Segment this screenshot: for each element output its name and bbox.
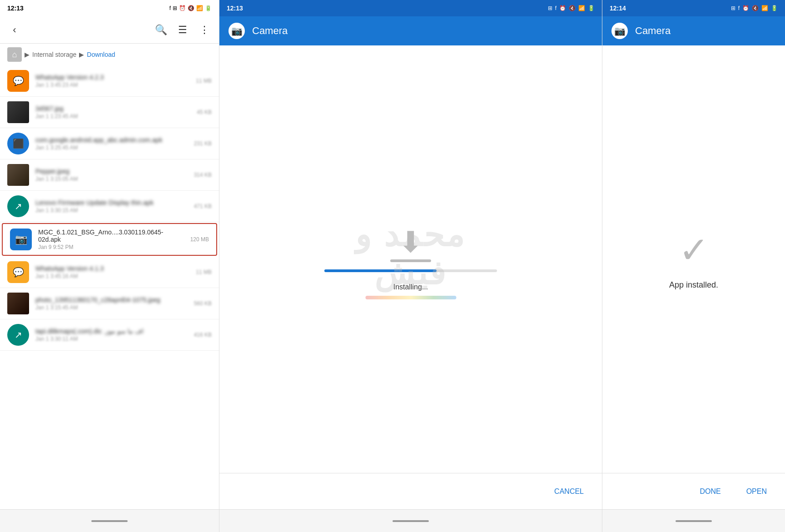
nav-bar-p2 xyxy=(219,509,602,532)
installed-content: ✓ App installed. xyxy=(602,45,785,473)
file-info: WhatsApp Version 4.2.3 Jan 1 3:45:23 AM xyxy=(35,74,189,88)
file-icon-img-person xyxy=(7,164,29,186)
file-info: MGC_6.1.021_BSG_Arno....3.030119.0645-02… xyxy=(38,229,184,250)
status-time-p3: 12:14 xyxy=(610,5,626,12)
status-time-p2: 12:13 xyxy=(227,5,243,12)
mute-icon: 🔇 xyxy=(188,5,194,11)
breadcrumb-download[interactable]: Download xyxy=(87,51,115,58)
install-line xyxy=(390,259,431,262)
nav-indicator-p3 xyxy=(676,520,712,522)
selected-file-size: 120 MB xyxy=(190,236,209,243)
file-name: WhatsApp Version 4.2.3 xyxy=(35,74,189,81)
status-time-p1: 12:13 xyxy=(7,5,24,12)
file-name: Pepper.jpeg xyxy=(35,168,188,175)
file-info: photo_139511360170_c28apnl04-1075.jpeg J… xyxy=(35,296,188,311)
search-button[interactable]: 🔍 xyxy=(152,21,170,39)
fb-icon-p3: f xyxy=(738,5,740,11)
nav-indicator xyxy=(91,520,128,522)
nav-bar-p3 xyxy=(602,509,785,532)
file-name: Lenovo Firmware Update Display thin.apk xyxy=(35,199,188,206)
file-name: 34567.jpg xyxy=(35,105,190,112)
file-meta: Jan 1 3:45:23 AM xyxy=(35,82,189,88)
installed-panel: 12:14 ⊞ f ⏰ 🔇 📶 🔋 📷 Camera ✓ App install… xyxy=(602,0,785,532)
file-size: 314 KB xyxy=(194,172,212,178)
breadcrumb-arrow2: ▶ xyxy=(79,51,84,58)
app-header-p2: 📷 Camera xyxy=(219,16,602,45)
list-item[interactable]: 34567.jpg Jan 1 1:23:45 AM 45 KB xyxy=(0,97,219,128)
gallery-icon-p3: ⊞ xyxy=(731,5,735,11)
list-view-button[interactable]: ☰ xyxy=(174,21,192,39)
list-item[interactable]: ↗ Lenovo Firmware Update Display thin.ap… xyxy=(0,191,219,222)
file-icon-apk: ⬛ xyxy=(7,133,29,154)
list-item[interactable]: photo_139511360170_c28apnl04-1075.jpeg J… xyxy=(0,288,219,319)
selected-file-meta: Jan 9 9:52 PM xyxy=(38,244,184,250)
download-arrow-icon: ⬇ xyxy=(398,228,423,257)
app-title-p2: Camera xyxy=(252,25,288,37)
file-meta: Jan 1 3:25:45 AM xyxy=(35,144,188,151)
gallery-icon-p2: ⊞ xyxy=(548,5,552,11)
file-info: 34567.jpg Jan 1 1:23:45 AM xyxy=(35,105,190,119)
mute-icon-p3: 🔇 xyxy=(752,5,759,11)
file-size: 560 KB xyxy=(194,300,212,307)
status-bar-panel2: 12:13 ⊞ f ⏰ 🔇 📶 🔋 xyxy=(219,0,602,16)
nav-indicator-p2 xyxy=(392,520,429,522)
app-title-p3: Camera xyxy=(635,25,671,37)
status-icons-p2: ⊞ f ⏰ 🔇 📶 🔋 xyxy=(548,5,595,11)
list-item[interactable]: ⬛ com.google.android.app_abc.admin.com.a… xyxy=(0,128,219,159)
camera-icon-p2: 📷 xyxy=(229,23,245,39)
file-name: tapi.dilikmaps(.com).dic .اف ما سو موز xyxy=(35,328,188,335)
cancel-button[interactable]: Cancel xyxy=(547,484,591,499)
wifi-icon-p3: 📶 xyxy=(761,5,768,11)
list-item[interactable]: 💬 WhatsApp Version 4.2.3 Jan 1 3:45:23 A… xyxy=(0,65,219,97)
checkmark-icon: ✓ xyxy=(679,229,709,271)
file-size: 471 KB xyxy=(194,203,212,209)
breadcrumb-internal[interactable]: Internal storage xyxy=(32,51,76,58)
status-bar-panel1: 12:13 f ⊞ ⏰ 🔇 📶 🔋 xyxy=(0,0,219,16)
file-meta: Jan 1 3:45:16 AM xyxy=(35,273,189,279)
file-icon-img-dark2 xyxy=(7,293,29,314)
toolbar: ‹ 🔍 ☰ ⋮ xyxy=(0,16,219,44)
file-info: tapi.dilikmaps(.com).dic .اف ما سو موز J… xyxy=(35,328,188,342)
list-item[interactable]: Pepper.jpeg Jan 1 3:15:05 AM 314 KB xyxy=(0,159,219,191)
battery-icon-p2: 🔋 xyxy=(588,5,595,11)
file-list: 💬 WhatsApp Version 4.2.3 Jan 1 3:45:23 A… xyxy=(0,65,219,509)
install-visual: ⬇ xyxy=(390,228,431,262)
home-icon[interactable]: ⌂ xyxy=(7,47,22,62)
battery-icon-p3: 🔋 xyxy=(771,5,778,11)
file-meta: Jan 1 1:23:45 AM xyxy=(35,113,190,119)
file-info: Pepper.jpeg Jan 1 3:15:05 AM xyxy=(35,168,188,182)
file-size: 11 MB xyxy=(196,78,212,84)
status-bar-panel3: 12:14 ⊞ f ⏰ 🔇 📶 🔋 xyxy=(602,0,785,16)
breadcrumb-arrow1: ▶ xyxy=(25,51,30,58)
list-item[interactable]: 💬 WhatsApp Version 4.1.3 Jan 1 3:45:16 A… xyxy=(0,257,219,288)
file-meta: Jan 1 3:30:15 AM xyxy=(35,207,188,214)
installing-panel: 12:13 ⊞ f ⏰ 🔇 📶 🔋 📷 Camera محمد و فيش ⬇ xyxy=(219,0,602,532)
battery-icon: 🔋 xyxy=(205,5,212,11)
facebook-icon: f xyxy=(169,5,171,11)
file-size: 45 KB xyxy=(197,109,212,115)
nav-bar-p1 xyxy=(0,509,219,532)
wifi-icon: 📶 xyxy=(196,5,203,11)
file-meta: Jan 1 3:15:45 AM xyxy=(35,304,188,311)
file-icon-teal: ↗ xyxy=(7,195,29,217)
file-icon-camera: 📷 xyxy=(10,229,32,250)
status-icons-p3: ⊞ f ⏰ 🔇 📶 🔋 xyxy=(731,5,778,11)
alarm-icon-p2: ⏰ xyxy=(559,5,566,11)
file-name: com.google.android.app_abc.admin.com.apk xyxy=(35,136,188,144)
alarm-icon: ⏰ xyxy=(179,5,186,11)
selected-file-item[interactable]: 📷 MGC_6.1.021_BSG_Arno....3.030119.0645-… xyxy=(2,223,217,256)
list-item[interactable]: ↗ tapi.dilikmaps(.com).dic .اف ما سو موز… xyxy=(0,319,219,351)
status-icons-p1: f ⊞ ⏰ 🔇 📶 🔋 xyxy=(169,5,212,11)
file-info: Lenovo Firmware Update Display thin.apk … xyxy=(35,199,188,214)
more-options-button[interactable]: ⋮ xyxy=(195,21,214,39)
done-button[interactable]: Done xyxy=(692,484,728,499)
file-size: 11 MB xyxy=(196,269,212,275)
install-footer: Cancel xyxy=(219,473,602,509)
file-manager-panel: 12:13 f ⊞ ⏰ 🔇 📶 🔋 ‹ 🔍 ☰ ⋮ ⌂ ▶ Internal s… xyxy=(0,0,219,532)
selected-file-name: MGC_6.1.021_BSG_Arno....3.030119.0645-02… xyxy=(38,229,184,243)
watermark-bar xyxy=(365,296,456,299)
app-header-p3: 📷 Camera xyxy=(602,16,785,45)
open-button[interactable]: Open xyxy=(739,484,774,499)
back-button[interactable]: ‹ xyxy=(5,21,24,39)
file-size: 416 KB xyxy=(194,332,212,338)
